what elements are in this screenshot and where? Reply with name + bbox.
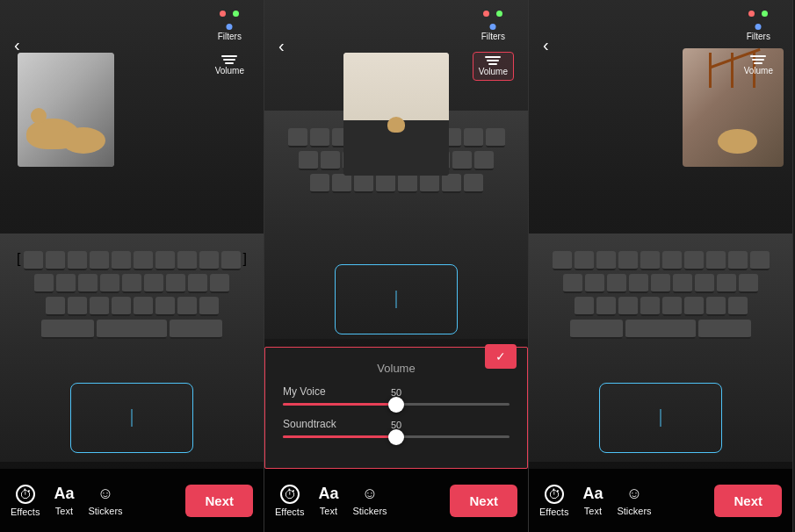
trackpad-1 xyxy=(70,383,193,453)
text-item-1[interactable]: Aa Text xyxy=(54,485,74,517)
volume-icon-3 xyxy=(750,55,766,64)
text-item-3[interactable]: Aa Text xyxy=(582,485,603,517)
volume-group-1[interactable]: Volume xyxy=(210,52,249,79)
panel-2: ‹ Filters Volume Volume xyxy=(264,0,529,532)
filters-icon-1 xyxy=(220,11,239,30)
volume-icon-2 xyxy=(485,56,501,65)
top-nav-2: ‹ Filters Volume xyxy=(264,0,528,91)
my-voice-row: My Voice 50 xyxy=(283,385,510,406)
soundtrack-track xyxy=(283,435,510,438)
stickers-label-2: Stickers xyxy=(352,506,387,516)
effects-label-2: Effects xyxy=(275,507,304,517)
panel-3: ‹ Filters Volume xyxy=(529,0,793,532)
stickers-item-2[interactable]: ☺ Stickers xyxy=(352,485,387,517)
trackpad-3 xyxy=(599,383,722,453)
bottom-toolbar-3: Effects Aa Text ☺ Stickers Next xyxy=(529,469,792,532)
stickers-icon-3: ☺ xyxy=(626,485,642,503)
right-icons-1: Filters Volume xyxy=(210,11,249,79)
soundtrack-fill xyxy=(283,435,396,438)
filters-icon-3 xyxy=(748,11,768,30)
effects-item-3[interactable]: Effects xyxy=(539,485,568,517)
volume-group-3[interactable]: Volume xyxy=(739,52,778,79)
toolbar-items-2: Effects Aa Text ☺ Stickers xyxy=(275,485,450,517)
effects-icon-3 xyxy=(545,485,564,504)
filters-group-3[interactable]: Filters xyxy=(747,11,770,41)
dog-shape-2 xyxy=(61,127,105,154)
stickers-label-3: Stickers xyxy=(617,506,651,516)
text-label-2: Text xyxy=(320,506,337,516)
effects-item-2[interactable]: Effects xyxy=(275,485,304,517)
filters-label-2: Filters xyxy=(481,32,505,41)
stickers-item-3[interactable]: ☺ Stickers xyxy=(617,485,651,517)
my-voice-fill xyxy=(283,403,396,406)
next-button-1[interactable]: Next xyxy=(185,485,253,517)
volume-check-button[interactable]: ✓ xyxy=(485,344,517,369)
soundtrack-slider[interactable]: 50 xyxy=(283,435,510,438)
text-icon-1: Aa xyxy=(54,485,74,503)
filters-group-1[interactable]: Filters xyxy=(218,11,242,41)
top-nav-1: ‹ Filters Volume xyxy=(0,0,264,90)
next-button-3[interactable]: Next xyxy=(714,485,782,517)
volume-header: Volume ✓ xyxy=(283,362,510,375)
text-item-2[interactable]: Aa Text xyxy=(318,485,338,517)
right-icons-3: Filters Volume xyxy=(739,11,778,79)
filters-icon-2 xyxy=(483,11,502,30)
text-label-1: Text xyxy=(55,506,73,516)
volume-title: Volume xyxy=(377,362,415,375)
filters-label-1: Filters xyxy=(218,32,242,41)
next-button-2[interactable]: Next xyxy=(450,485,517,517)
bottom-toolbar-2: Effects Aa Text ☺ Stickers Next xyxy=(264,469,528,532)
volume-label-2: Volume xyxy=(479,67,508,76)
stickers-icon-2: ☺ xyxy=(362,485,378,503)
stickers-icon-1: ☺ xyxy=(98,485,113,503)
effects-icon-2 xyxy=(280,485,300,504)
panel-1: [] ‹ Filters xyxy=(0,0,264,532)
effects-label-3: Effects xyxy=(539,507,568,517)
back-button-1[interactable]: ‹ xyxy=(14,36,20,54)
top-nav-3: ‹ Filters Volume xyxy=(529,0,792,90)
volume-overlay: Volume ✓ My Voice 50 Soundtrack 50 xyxy=(264,347,528,469)
effects-icon-1 xyxy=(16,485,35,504)
trackpad-line-2 xyxy=(396,291,397,308)
back-button-3[interactable]: ‹ xyxy=(543,36,549,54)
stickers-label-1: Stickers xyxy=(88,506,122,516)
filters-group-2[interactable]: Filters xyxy=(481,11,505,41)
right-icons-2: Filters Volume xyxy=(473,11,514,81)
my-voice-thumb xyxy=(388,397,404,413)
trackpad-2 xyxy=(335,264,458,334)
volume-label-3: Volume xyxy=(744,66,773,75)
toolbar-items-1: Effects Aa Text ☺ Stickers xyxy=(11,485,185,517)
volume-group-2[interactable]: Volume xyxy=(473,52,514,81)
effects-label-1: Effects xyxy=(11,507,40,517)
soundtrack-thumb xyxy=(388,429,404,445)
bottom-toolbar-1: Effects Aa Text ☺ Stickers Next xyxy=(0,469,264,532)
small-dog-2 xyxy=(387,117,405,133)
effects-item-1[interactable]: Effects xyxy=(11,485,40,517)
text-label-3: Text xyxy=(584,506,602,516)
stickers-item-1[interactable]: ☺ Stickers xyxy=(88,485,122,517)
volume-label-1: Volume xyxy=(215,66,244,75)
toolbar-items-3: Effects Aa Text ☺ Stickers xyxy=(539,485,714,517)
volume-icon-1 xyxy=(221,55,237,64)
text-icon-2: Aa xyxy=(318,485,338,503)
trackpad-line-3 xyxy=(661,409,661,427)
filters-label-3: Filters xyxy=(747,32,770,41)
text-icon-3: Aa xyxy=(582,485,603,503)
my-voice-track xyxy=(283,403,510,406)
soundtrack-row: Soundtrack 50 xyxy=(283,418,510,438)
dog-3 xyxy=(718,129,757,154)
trackpad-line-1 xyxy=(132,409,133,427)
back-button-2[interactable]: ‹ xyxy=(278,37,285,54)
my-voice-slider[interactable]: 50 xyxy=(283,403,510,406)
